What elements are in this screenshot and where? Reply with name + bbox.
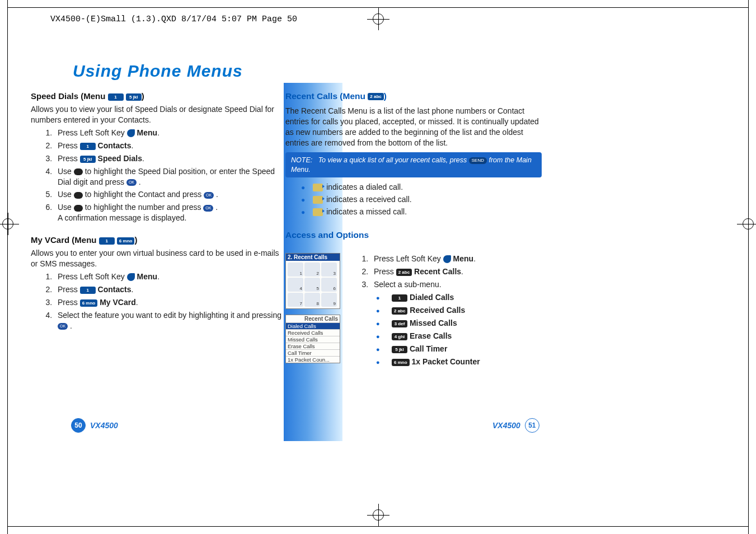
key-5-icon: 5 jkl: [80, 156, 96, 163]
vc-step-1: Press Left Soft Key Menu.: [54, 271, 283, 282]
phone-screenshots: 2. Recent Calls Recent Calls Dialed Call…: [285, 253, 341, 369]
nav-pad-icon: [74, 192, 83, 199]
footer-right: VX4500 51: [492, 418, 539, 433]
vc-step-2: Press 1 Contacts.: [54, 284, 283, 295]
vc-step-3: Press 6 mno My VCard.: [54, 297, 283, 308]
key-4-icon: 4 ghi: [392, 333, 407, 340]
left-softkey-icon: [127, 273, 135, 281]
model-label: VX4500: [90, 421, 118, 430]
ao-step-2: Press 2 abc Recent Calls.: [370, 267, 535, 276]
page-number-right: 51: [525, 418, 539, 433]
submenu-list: 1 Dialed Calls 2 abc Received Calls 3 de…: [350, 293, 535, 366]
key-6-icon: 6 mno: [80, 299, 98, 307]
access-options-heading: Access and Options: [285, 229, 543, 241]
my-vcard-description: Allows you to enter your own virtual bus…: [31, 248, 283, 269]
key-5-icon: 5 jkl: [392, 346, 407, 353]
screenshot-recent-calls-list: Recent Calls Dialed Calls Received Calls…: [285, 315, 340, 363]
sd-step-4: Use to highlight the Speed Dial position…: [54, 166, 283, 188]
legend-dialed: indicates a dialed call.: [301, 182, 543, 193]
access-options-steps: Press Left Soft Key Menu. Press 2 abc Re…: [350, 252, 535, 370]
call-icon-legend: indicates a dialed call. indicates a rec…: [285, 182, 543, 217]
ok-key-icon: OK: [126, 179, 137, 186]
ok-key-icon: OK: [203, 205, 213, 212]
key-5-icon: 5 jkl: [126, 93, 142, 101]
vc-step-4: Select the feature you want to edit by h…: [54, 310, 283, 331]
crop-frame-right: [748, 0, 756, 534]
recent-calls-description: The Recent Calls Menu is a list of the l…: [285, 106, 543, 148]
nav-pad-icon: [74, 168, 83, 175]
key-6-icon: 6 mno: [392, 359, 410, 366]
key-3-icon: 3 def: [392, 320, 407, 327]
legend-missed: indicates a missed call.: [301, 207, 543, 217]
key-2-icon: 2 abc: [396, 269, 412, 276]
ao-step-3: Select a sub-menu.: [370, 280, 535, 289]
submenu-missed: 3 def Missed Calls: [376, 318, 535, 327]
sd-step-1: Press Left Soft Key Menu.: [54, 128, 283, 138]
ok-key-icon: OK: [58, 323, 68, 330]
key-1-icon: 1: [80, 287, 96, 294]
key-2-icon: 2 abc: [392, 307, 407, 315]
dialed-call-icon: [313, 184, 323, 191]
page-title: Using Phone Menus: [73, 62, 243, 81]
ao-step-1: Press Left Soft Key Menu.: [370, 254, 535, 263]
left-column: Speed Dials (Menu 1 5 jkl) Allows you to…: [31, 91, 283, 337]
registration-mark-right: [737, 213, 756, 235]
received-call-icon: [313, 196, 323, 204]
screenshot-main-menu: 2. Recent Calls: [285, 253, 340, 309]
submenu-dialed: 1 Dialed Calls: [376, 293, 535, 302]
key-2-icon: 2 abc: [368, 93, 383, 100]
nav-pad-icon: [74, 205, 83, 212]
my-vcard-steps: Press Left Soft Key Menu. Press 1 Contac…: [31, 271, 283, 331]
list-item: Dialed Calls: [286, 322, 340, 329]
missed-call-icon: [313, 208, 323, 216]
submenu-erase: 4 ghi Erase Calls: [376, 331, 535, 340]
list-item: Call Timer: [286, 349, 340, 356]
page-number-left: 50: [71, 418, 86, 433]
list-item: Received Calls: [286, 329, 340, 336]
key-1-icon: 1: [108, 93, 124, 101]
registration-mark-left: [0, 213, 19, 235]
model-label: VX4500: [492, 421, 520, 430]
right-column: Recent Calls (Menu 2 abc) The Recent Cal…: [285, 91, 683, 245]
key-6-icon: 6 mno: [117, 237, 135, 245]
crop-frame-left: [0, 0, 8, 534]
list-item: Erase Calls: [286, 343, 340, 349]
registration-mark-top: [367, 8, 389, 30]
my-vcard-heading: My VCard (Menu 1 6 mno): [31, 235, 283, 246]
key-1-icon: 1: [392, 294, 407, 302]
note-box: NOTE: To view a quick list of all your r…: [285, 152, 542, 177]
list-item: Missed Calls: [286, 336, 340, 343]
print-slug: VX4500-(E)Small (1.3).QXD 8/17/04 5:07 P…: [50, 15, 297, 24]
footer-left: 50 VX4500: [71, 418, 118, 433]
legend-received: indicates a received call.: [301, 194, 543, 205]
key-1-icon: 1: [99, 237, 115, 245]
sd-step-5: Use to highlight the Contact and press O…: [54, 189, 283, 200]
registration-mark-bottom: [367, 504, 389, 526]
send-key-icon: SEND: [469, 157, 487, 164]
key-1-icon: 1: [80, 143, 96, 150]
speed-dials-description: Allows you to view your list of Speed Di…: [31, 104, 283, 125]
crop-frame-bottom: [0, 526, 756, 534]
sd-step-2: Press 1 Contacts.: [54, 140, 283, 151]
sd-step-3: Press 5 jkl Speed Dials.: [54, 153, 283, 164]
sd-step-6: Use to highlight the number and press OK…: [54, 202, 283, 223]
left-softkey-icon: [443, 255, 451, 263]
recent-calls-heading: Recent Calls (Menu 2 abc): [285, 91, 543, 102]
submenu-timer: 5 jkl Call Timer: [376, 344, 535, 353]
list-item: 1x Packet Coun...: [286, 356, 340, 363]
speed-dials-heading: Speed Dials (Menu 1 5 jkl): [31, 91, 283, 102]
submenu-received: 2 abc Received Calls: [376, 306, 535, 315]
speed-dials-steps: Press Left Soft Key Menu. Press 1 Contac…: [31, 128, 283, 223]
crop-frame-top: [0, 0, 756, 8]
left-softkey-icon: [127, 129, 135, 137]
submenu-packet: 6 mno 1x Packet Counter: [376, 357, 535, 366]
ok-key-icon: OK: [204, 192, 214, 199]
